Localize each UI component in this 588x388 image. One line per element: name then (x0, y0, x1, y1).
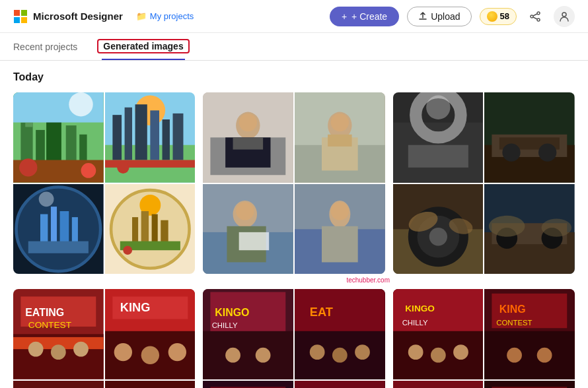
office-woman-img-2 (295, 92, 385, 183)
svg-point-84 (538, 143, 556, 161)
svg-point-105 (28, 342, 44, 357)
svg-rect-71 (322, 226, 358, 262)
svg-point-16 (19, 158, 37, 176)
svg-point-78 (426, 96, 450, 119)
svg-rect-2 (14, 17, 20, 23)
food-contest-img-3: CHILLY (13, 381, 104, 388)
logo-area: Microsoft Designer (13, 9, 123, 24)
coins-badge[interactable]: 58 (480, 8, 517, 25)
svg-point-6 (537, 18, 540, 21)
share-button[interactable] (525, 6, 546, 27)
app-name: Microsoft Designer (33, 11, 123, 22)
city-farm-img-2 (105, 92, 196, 183)
svg-rect-3 (21, 17, 27, 23)
svg-rect-1 (21, 10, 27, 16)
kingo-img-1: KINGO CHILLY (393, 289, 484, 379)
svg-point-161 (408, 345, 423, 360)
image-group-5[interactable]: KINGO CHILLY EAT (203, 289, 385, 388)
svg-rect-66 (239, 232, 270, 250)
kingo-img-2: KING CONTEST (484, 289, 575, 379)
svg-text:KING: KING (499, 304, 526, 315)
my-projects-link[interactable]: 📁 My projects (136, 11, 194, 21)
profile-button[interactable] (554, 6, 575, 27)
svg-point-89 (429, 228, 447, 245)
svg-text:KINGO: KINGO (405, 304, 435, 314)
kingo-img-3: KINGO CHILLY (393, 381, 484, 388)
content-area: Today (0, 61, 588, 388)
svg-point-107 (73, 342, 89, 357)
my-projects-label: My projects (150, 11, 194, 21)
svg-point-97 (489, 216, 525, 237)
car-offroad-img-1 (393, 92, 484, 183)
food-contest-img-1: EATING CONTEST (13, 289, 104, 379)
car-offroad-img-4 (484, 184, 575, 275)
kingo-img-4: HOT KING (484, 381, 575, 388)
car-offroad-img-3 (393, 184, 484, 275)
svg-rect-130 (203, 331, 293, 379)
food-contest-img-4: KINGO (105, 381, 196, 388)
svg-rect-77 (408, 145, 468, 168)
image-group-2[interactable] (203, 92, 385, 274)
office-woman-img-3 (203, 184, 293, 275)
svg-text:KING: KING (120, 302, 150, 315)
coins-count: 58 (500, 11, 509, 21)
svg-point-7 (562, 13, 566, 16)
svg-point-112 (141, 346, 159, 364)
svg-rect-173 (393, 381, 484, 388)
image-group-4[interactable]: EATING CONTEST (13, 289, 195, 388)
svg-rect-39 (28, 241, 89, 253)
tab-recent-projects[interactable]: Recent projects (13, 42, 77, 60)
svg-rect-61 (328, 135, 351, 146)
image-group-1[interactable] (13, 92, 195, 274)
svg-point-170 (537, 348, 552, 363)
svg-text:KINGO: KINGO (215, 307, 250, 318)
svg-rect-24 (124, 108, 131, 160)
create-button[interactable]: + + Create (330, 7, 399, 26)
chilly-poster-img-2: EAT (295, 289, 385, 379)
svg-rect-26 (150, 110, 159, 160)
tabs-bar: Recent projects Generated images (0, 33, 588, 61)
tab-active-indicator (102, 59, 184, 60)
ms-logo-icon (13, 9, 28, 24)
svg-point-4 (537, 12, 540, 15)
profile-icon (558, 11, 570, 22)
svg-text:EAT: EAT (310, 306, 333, 319)
svg-point-30 (117, 162, 129, 174)
upload-button[interactable]: Upload (407, 7, 471, 26)
city-farm-img-1 (13, 92, 104, 183)
chilly-poster-img-3: HOT (203, 381, 293, 388)
svg-rect-138 (295, 289, 385, 331)
city-badge-img-1 (13, 184, 104, 275)
svg-point-5 (531, 15, 533, 18)
tab-generated-label: Generated images (97, 39, 189, 53)
svg-point-67 (236, 202, 254, 220)
svg-point-141 (332, 348, 348, 363)
svg-text:EATING: EATING (25, 307, 64, 318)
svg-rect-165 (484, 331, 575, 379)
folder-icon: 📁 (136, 11, 147, 21)
svg-point-49 (123, 245, 132, 255)
create-plus-icon: + (342, 11, 347, 22)
chilly-poster-img-1: KINGO CHILLY (203, 289, 293, 379)
food-contest-img-2: KING (105, 289, 196, 379)
svg-point-19 (69, 92, 92, 116)
svg-point-134 (225, 348, 240, 363)
svg-point-163 (453, 345, 468, 360)
svg-point-111 (114, 343, 131, 361)
svg-rect-28 (172, 113, 183, 160)
image-group-6[interactable]: KINGO CHILLY KING CONTEST (393, 289, 575, 388)
tab-generated-images[interactable]: Generated images (97, 39, 189, 60)
svg-point-38 (39, 191, 54, 207)
svg-point-162 (431, 348, 446, 363)
image-group-3[interactable] (393, 92, 575, 274)
svg-point-169 (507, 348, 522, 363)
upload-icon (418, 12, 427, 21)
svg-point-60 (331, 113, 349, 131)
svg-point-106 (51, 345, 66, 360)
city-badge-img-2 (105, 184, 196, 275)
svg-text:CONTEST: CONTEST (497, 319, 533, 327)
svg-text:CHILLY: CHILLY (402, 319, 427, 327)
svg-point-140 (310, 345, 325, 360)
svg-point-55 (239, 113, 257, 131)
svg-rect-25 (135, 104, 147, 160)
